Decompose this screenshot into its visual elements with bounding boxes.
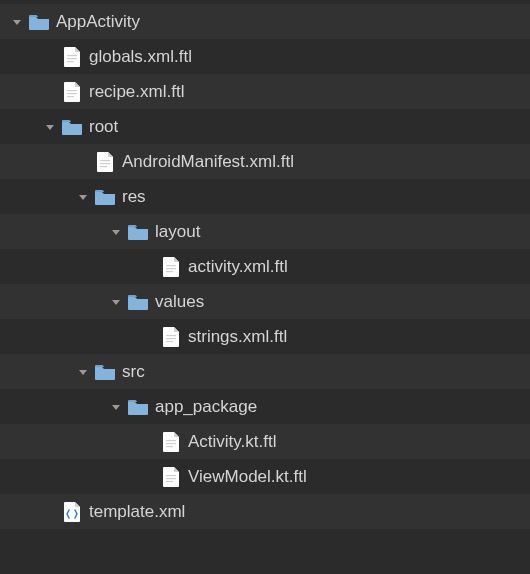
svg-rect-2 (67, 61, 74, 62)
tree-item-label: globals.xml.ftl (89, 47, 192, 67)
disclosure-triangle-icon[interactable] (107, 223, 125, 241)
tree-item[interactable]: app_package (0, 389, 530, 424)
tree-item[interactable]: activity.xml.ftl (0, 249, 530, 284)
tree-item[interactable]: AndroidManifest.xml.ftl (0, 144, 530, 179)
disclosure-triangle-icon[interactable] (107, 398, 125, 416)
svg-rect-19 (166, 478, 176, 479)
svg-rect-20 (166, 481, 173, 482)
file-icon (160, 327, 182, 347)
svg-rect-3 (67, 90, 77, 91)
folder-icon (61, 117, 83, 137)
svg-rect-10 (166, 268, 176, 269)
svg-rect-6 (100, 160, 110, 161)
folder-icon (94, 362, 116, 382)
svg-rect-18 (166, 475, 176, 476)
tree-item-label: values (155, 292, 204, 312)
tree-item[interactable]: template.xml (0, 494, 530, 529)
svg-rect-15 (166, 440, 176, 441)
disclosure-triangle-icon[interactable] (74, 188, 92, 206)
svg-rect-12 (166, 335, 176, 336)
folder-icon (127, 222, 149, 242)
tree-item-label: layout (155, 222, 200, 242)
svg-rect-14 (166, 341, 173, 342)
tree-item-label: strings.xml.ftl (188, 327, 287, 347)
folder-icon (127, 292, 149, 312)
tree-item[interactable]: layout (0, 214, 530, 249)
tree-item-label: AppActivity (56, 12, 140, 32)
svg-rect-17 (166, 446, 173, 447)
tree-item[interactable]: strings.xml.ftl (0, 319, 530, 354)
tree-item[interactable]: res (0, 179, 530, 214)
disclosure-triangle-icon[interactable] (74, 363, 92, 381)
tree-item-label: template.xml (89, 502, 185, 522)
folder-icon (28, 12, 50, 32)
svg-rect-1 (67, 58, 77, 59)
file-tree: AppActivity globals.xml.ftl recipe.xml.f… (0, 0, 530, 533)
tree-item-label: activity.xml.ftl (188, 257, 288, 277)
tree-item-label: AndroidManifest.xml.ftl (122, 152, 294, 172)
svg-rect-8 (100, 166, 107, 167)
tree-item[interactable]: globals.xml.ftl (0, 39, 530, 74)
svg-rect-7 (100, 163, 110, 164)
tree-item-label: Activity.kt.ftl (188, 432, 276, 452)
tree-item-label: root (89, 117, 118, 137)
file-icon (61, 47, 83, 67)
tree-item[interactable]: Activity.kt.ftl (0, 424, 530, 459)
file-icon (160, 432, 182, 452)
disclosure-triangle-icon[interactable] (8, 13, 26, 31)
svg-rect-9 (166, 265, 176, 266)
xml-file-icon (61, 502, 83, 522)
file-icon (160, 257, 182, 277)
tree-item-label: app_package (155, 397, 257, 417)
file-icon (160, 467, 182, 487)
tree-item[interactable]: root (0, 109, 530, 144)
tree-item-label: res (122, 187, 146, 207)
disclosure-triangle-icon[interactable] (107, 293, 125, 311)
svg-rect-5 (67, 96, 74, 97)
tree-item-label: recipe.xml.ftl (89, 82, 184, 102)
svg-rect-16 (166, 443, 176, 444)
svg-rect-11 (166, 271, 173, 272)
tree-item-label: ViewModel.kt.ftl (188, 467, 307, 487)
tree-item[interactable]: values (0, 284, 530, 319)
tree-item[interactable]: recipe.xml.ftl (0, 74, 530, 109)
svg-rect-0 (67, 55, 77, 56)
folder-icon (94, 187, 116, 207)
tree-item[interactable]: src (0, 354, 530, 389)
disclosure-triangle-icon[interactable] (41, 118, 59, 136)
folder-icon (127, 397, 149, 417)
file-icon (94, 152, 116, 172)
tree-item[interactable]: AppActivity (0, 4, 530, 39)
svg-rect-4 (67, 93, 77, 94)
tree-item-label: src (122, 362, 145, 382)
tree-item[interactable]: ViewModel.kt.ftl (0, 459, 530, 494)
svg-rect-13 (166, 338, 176, 339)
file-icon (61, 82, 83, 102)
